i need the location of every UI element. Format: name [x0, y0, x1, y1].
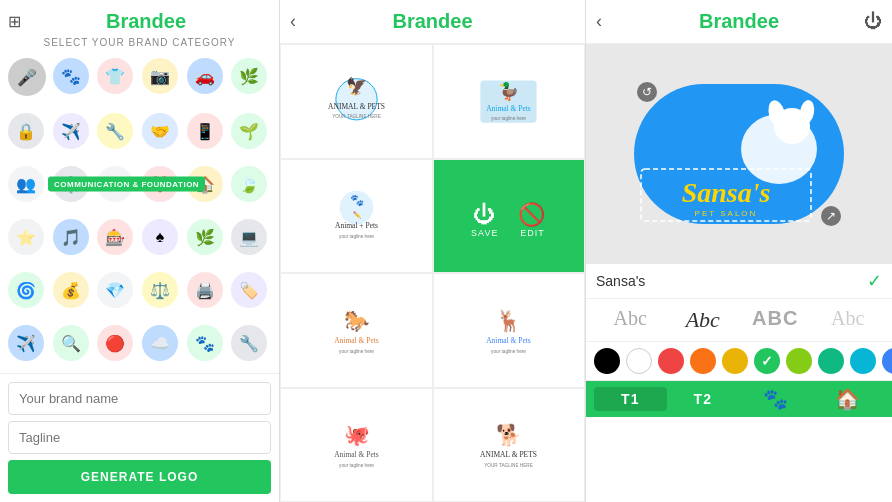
- panel1-title: Brandee: [21, 10, 271, 33]
- svg-text:YOUR TAGLINE HERE: YOUR TAGLINE HERE: [332, 114, 381, 119]
- color-black[interactable]: [594, 348, 620, 374]
- icon-circle-22[interactable]: 🌿: [187, 219, 223, 255]
- template-paw-icon[interactable]: 🐾: [739, 387, 812, 411]
- color-cyan[interactable]: [850, 348, 876, 374]
- brand-name-input[interactable]: [8, 382, 271, 415]
- icon-circle-3[interactable]: 📷: [142, 58, 178, 94]
- icon-circle-6[interactable]: 🔒: [8, 113, 44, 149]
- icon-circle-2[interactable]: 👕: [97, 58, 133, 94]
- panel3-header: ‹ Brandee ⏻: [586, 0, 892, 44]
- svg-text:🐕: 🐕: [496, 423, 522, 449]
- svg-text:Animal + Pets: Animal + Pets: [335, 222, 378, 231]
- logo-cell-6[interactable]: 🐙 Animal & Pets your tagline here: [280, 388, 433, 503]
- icon-circle-11[interactable]: 🌱: [231, 113, 267, 149]
- svg-text:🐙: 🐙: [343, 423, 369, 449]
- logo-cell-3[interactable]: ⏻ SAVE 🚫 EDIT: [433, 159, 586, 274]
- icon-circle-7[interactable]: ✈️: [53, 113, 89, 149]
- power-icon[interactable]: ⏻: [864, 11, 882, 32]
- logo-grid: 🦅 ANIMAL & PETS YOUR TAGLINE HERE 🦆 Anim…: [280, 44, 585, 502]
- icon-circle-24[interactable]: 🌀: [8, 272, 44, 308]
- svg-text:your tagline here: your tagline here: [491, 116, 526, 121]
- resize-handle[interactable]: ↗: [821, 206, 841, 226]
- icon-circle-30[interactable]: ✈️: [8, 325, 44, 361]
- logo-cell-4[interactable]: 🐎 Animal & Pets your tagline here: [280, 273, 433, 388]
- icon-circle-23[interactable]: 💻: [231, 219, 267, 255]
- icon-circle-19[interactable]: 🎵: [53, 219, 89, 255]
- color-emerald[interactable]: [818, 348, 844, 374]
- tagline-input[interactable]: [8, 421, 271, 454]
- logo-preview-area: Sansa's PET SALON ↺ ↗: [586, 44, 892, 264]
- color-blue[interactable]: [882, 348, 892, 374]
- back-arrow-panel3[interactable]: ‹: [596, 11, 602, 32]
- panel-middle: ‹ Brandee 🦅 ANIMAL & PETS YOUR TAGLINE H…: [280, 0, 586, 502]
- icon-circle-10[interactable]: 📱: [187, 113, 223, 149]
- font-option-2[interactable]: ABC: [739, 305, 812, 335]
- icon-circle-31[interactable]: 🔍: [53, 325, 89, 361]
- logo-preview-image[interactable]: Sansa's PET SALON ↺ ↗: [629, 74, 849, 234]
- edit-label: EDIT: [520, 228, 545, 238]
- icon-circle-18[interactable]: ⭐: [8, 219, 44, 255]
- svg-text:🐾: 🐾: [349, 193, 364, 207]
- logo-cell-2[interactable]: 🐾 ✏️ Animal + Pets your tagline here: [280, 159, 433, 274]
- icon-circle-1[interactable]: 🐾: [53, 58, 89, 94]
- color-yellow[interactable]: [722, 348, 748, 374]
- svg-text:your tagline here: your tagline here: [339, 463, 374, 468]
- icon-circle-34[interactable]: 🐾: [187, 325, 223, 361]
- icon-circle-4[interactable]: 🚗: [187, 58, 223, 94]
- icon-circle-27[interactable]: ⚖️: [142, 272, 178, 308]
- tooltip-badge: COMMUNICATION & FOUNDATION: [48, 177, 205, 192]
- color-white[interactable]: [626, 348, 652, 374]
- color-green[interactable]: [754, 348, 780, 374]
- font-option-1[interactable]: Abc: [667, 305, 740, 335]
- template-house-icon[interactable]: 🏠: [812, 387, 885, 411]
- svg-text:🦌: 🦌: [496, 308, 522, 334]
- save-label: SAVE: [471, 228, 498, 238]
- icon-circle-26[interactable]: 💎: [97, 272, 133, 308]
- font-option-3[interactable]: Abc: [812, 305, 885, 335]
- icon-circle-9[interactable]: 🤝: [142, 113, 178, 149]
- icon-circle-20[interactable]: 🎰: [97, 219, 133, 255]
- icon-circle-5[interactable]: 🌿: [231, 58, 267, 94]
- logo-cell-7[interactable]: 🐕 ANIMAL & PETS YOUR TAGLINE HERE: [433, 388, 586, 503]
- icon-circle-25[interactable]: 💰: [53, 272, 89, 308]
- icon-circle-29[interactable]: 🏷️: [231, 272, 267, 308]
- confirm-checkmark[interactable]: ✓: [867, 270, 882, 292]
- svg-text:your tagline here: your tagline here: [339, 234, 374, 239]
- icon-circle-33[interactable]: ☁️: [142, 325, 178, 361]
- bottom-inputs: GENERATE LOGO: [0, 373, 279, 502]
- template-t1[interactable]: T1: [594, 387, 667, 411]
- icon-circle-21[interactable]: ♠️: [142, 219, 178, 255]
- color-red[interactable]: [658, 348, 684, 374]
- action-icons: ⏻ SAVE 🚫 EDIT: [471, 202, 546, 238]
- brand-name-field[interactable]: [596, 273, 867, 289]
- svg-text:🐎: 🐎: [343, 308, 369, 334]
- edit-action[interactable]: 🚫 EDIT: [518, 202, 546, 238]
- generate-logo-button[interactable]: GENERATE LOGO: [8, 460, 271, 494]
- icon-circle-0[interactable]: 🎤: [8, 58, 46, 96]
- logo-cell-1[interactable]: 🦆 Animal & Pets your tagline here: [433, 44, 586, 159]
- color-orange[interactable]: [690, 348, 716, 374]
- icon-circle-12[interactable]: 👥 COMMUNICATION & FOUNDATION: [8, 166, 44, 202]
- icon-circle-8[interactable]: 🔧: [97, 113, 133, 149]
- icon-grid: 🎤 🐾 👕 📷 🚗 🌿 🔒 ✈️ 🔧 🤝 📱 🌱 👥 COMMUNICATION…: [0, 58, 279, 373]
- color-lime[interactable]: [786, 348, 812, 374]
- template-row: T1 T2 🐾 🏠: [586, 381, 892, 417]
- icon-circle-28[interactable]: 🖨️: [187, 272, 223, 308]
- logo-img-5: 🦌 Animal & Pets your tagline here: [469, 297, 549, 367]
- font-option-0[interactable]: Abc: [594, 305, 667, 335]
- back-arrow-panel2[interactable]: ‹: [290, 11, 296, 32]
- logo-cell-5[interactable]: 🦌 Animal & Pets your tagline here: [433, 273, 586, 388]
- category-label: SELECT YOUR BRAND CATEGORY: [8, 37, 271, 48]
- grid-icon[interactable]: ⊞: [8, 12, 21, 31]
- icon-circle-32[interactable]: 🔴: [97, 325, 133, 361]
- icon-circle-35[interactable]: 🔧: [231, 325, 267, 361]
- save-action[interactable]: ⏻ SAVE: [471, 202, 498, 238]
- template-t2[interactable]: T2: [667, 387, 740, 411]
- logo-cell-0[interactable]: 🦅 ANIMAL & PETS YOUR TAGLINE HERE: [280, 44, 433, 159]
- svg-text:your tagline here: your tagline here: [491, 348, 526, 353]
- logo-img-0: 🦅 ANIMAL & PETS YOUR TAGLINE HERE: [316, 68, 396, 138]
- rotate-handle[interactable]: ↺: [637, 82, 657, 102]
- logo-img-7: 🐕 ANIMAL & PETS YOUR TAGLINE HERE: [469, 412, 549, 482]
- icon-circle-17[interactable]: 🍃: [231, 166, 267, 202]
- logo-img-6: 🐙 Animal & Pets your tagline here: [316, 412, 396, 482]
